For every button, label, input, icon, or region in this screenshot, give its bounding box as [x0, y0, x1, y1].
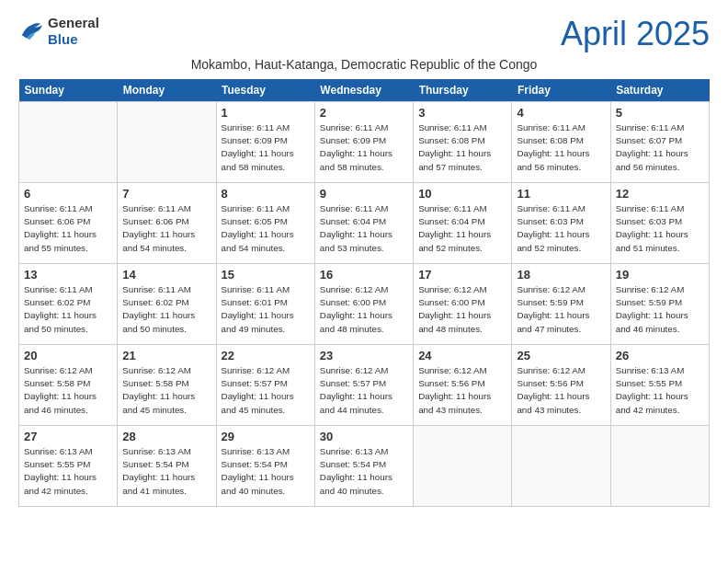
calendar-cell [19, 102, 118, 183]
day-detail: Sunrise: 6:12 AM Sunset: 5:58 PM Dayligh… [122, 364, 210, 417]
header-cell-wednesday: Wednesday [314, 79, 413, 102]
day-number: 13 [24, 268, 112, 282]
calendar-header: SundayMondayTuesdayWednesdayThursdayFrid… [19, 79, 710, 102]
day-detail: Sunrise: 6:12 AM Sunset: 5:59 PM Dayligh… [517, 283, 605, 336]
day-number: 28 [122, 430, 210, 443]
logo-bird-icon [18, 21, 44, 41]
day-detail: Sunrise: 6:11 AM Sunset: 6:03 PM Dayligh… [517, 202, 605, 255]
day-number: 10 [418, 187, 506, 201]
day-number: 4 [517, 106, 605, 120]
day-detail: Sunrise: 6:11 AM Sunset: 6:01 PM Dayligh… [222, 283, 310, 336]
week-row-4: 20Sunrise: 6:12 AM Sunset: 5:58 PM Dayli… [19, 345, 710, 426]
calendar-cell: 5Sunrise: 6:11 AM Sunset: 6:07 PM Daylig… [610, 102, 709, 183]
calendar-cell: 21Sunrise: 6:12 AM Sunset: 5:58 PM Dayli… [118, 345, 216, 426]
day-number: 30 [320, 430, 408, 443]
day-detail: Sunrise: 6:11 AM Sunset: 6:04 PM Dayligh… [320, 202, 408, 255]
calendar-cell: 24Sunrise: 6:12 AM Sunset: 5:56 PM Dayli… [414, 345, 512, 426]
day-detail: Sunrise: 6:11 AM Sunset: 6:02 PM Dayligh… [24, 283, 112, 336]
logo-general-text: General [48, 15, 99, 30]
day-detail: Sunrise: 6:12 AM Sunset: 5:59 PM Dayligh… [616, 283, 704, 336]
calendar-cell: 9Sunrise: 6:11 AM Sunset: 6:04 PM Daylig… [314, 183, 413, 264]
calendar-cell: 7Sunrise: 6:11 AM Sunset: 6:06 PM Daylig… [118, 183, 216, 264]
day-number: 29 [222, 430, 310, 443]
header-cell-friday: Friday [512, 79, 610, 102]
day-detail: Sunrise: 6:13 AM Sunset: 5:54 PM Dayligh… [222, 445, 310, 498]
day-detail: Sunrise: 6:11 AM Sunset: 6:05 PM Dayligh… [222, 202, 310, 255]
logo-blue-text: Blue [48, 31, 78, 47]
calendar-cell: 28Sunrise: 6:13 AM Sunset: 5:54 PM Dayli… [118, 426, 216, 507]
day-number: 7 [122, 187, 210, 201]
calendar-cell: 1Sunrise: 6:11 AM Sunset: 6:09 PM Daylig… [216, 102, 314, 183]
day-number: 3 [418, 106, 506, 120]
day-number: 8 [222, 187, 310, 201]
day-number: 21 [122, 349, 210, 362]
day-detail: Sunrise: 6:12 AM Sunset: 6:00 PM Dayligh… [320, 283, 408, 336]
day-number: 11 [517, 187, 605, 201]
day-detail: Sunrise: 6:12 AM Sunset: 5:56 PM Dayligh… [517, 364, 605, 417]
calendar-cell [118, 102, 216, 183]
day-detail: Sunrise: 6:12 AM Sunset: 6:00 PM Dayligh… [418, 283, 506, 336]
week-row-3: 13Sunrise: 6:11 AM Sunset: 6:02 PM Dayli… [19, 264, 710, 345]
calendar-cell: 30Sunrise: 6:13 AM Sunset: 5:54 PM Dayli… [314, 426, 413, 507]
week-row-2: 6Sunrise: 6:11 AM Sunset: 6:06 PM Daylig… [19, 183, 710, 264]
day-number: 14 [122, 268, 210, 282]
calendar-cell: 13Sunrise: 6:11 AM Sunset: 6:02 PM Dayli… [19, 264, 118, 345]
day-detail: Sunrise: 6:11 AM Sunset: 6:08 PM Dayligh… [418, 121, 506, 174]
calendar-cell: 26Sunrise: 6:13 AM Sunset: 5:55 PM Dayli… [610, 345, 709, 426]
day-number: 22 [222, 349, 310, 362]
calendar-cell: 11Sunrise: 6:11 AM Sunset: 6:03 PM Dayli… [512, 183, 610, 264]
calendar-cell: 18Sunrise: 6:12 AM Sunset: 5:59 PM Dayli… [512, 264, 610, 345]
calendar-cell: 8Sunrise: 6:11 AM Sunset: 6:05 PM Daylig… [216, 183, 314, 264]
day-detail: Sunrise: 6:11 AM Sunset: 6:09 PM Dayligh… [320, 121, 408, 174]
calendar-cell: 17Sunrise: 6:12 AM Sunset: 6:00 PM Dayli… [414, 264, 512, 345]
day-detail: Sunrise: 6:11 AM Sunset: 6:03 PM Dayligh… [616, 202, 704, 255]
calendar-cell [512, 426, 610, 507]
day-detail: Sunrise: 6:11 AM Sunset: 6:02 PM Dayligh… [122, 283, 210, 336]
day-detail: Sunrise: 6:11 AM Sunset: 6:06 PM Dayligh… [24, 202, 112, 255]
day-number: 27 [24, 430, 112, 443]
title-block: April 2025 [561, 15, 710, 53]
day-detail: Sunrise: 6:13 AM Sunset: 5:55 PM Dayligh… [616, 364, 704, 417]
day-detail: Sunrise: 6:13 AM Sunset: 5:54 PM Dayligh… [122, 445, 210, 498]
day-detail: Sunrise: 6:13 AM Sunset: 5:54 PM Dayligh… [320, 445, 408, 498]
week-row-1: 1Sunrise: 6:11 AM Sunset: 6:09 PM Daylig… [19, 102, 710, 183]
day-number: 24 [418, 349, 506, 362]
day-number: 16 [320, 268, 408, 282]
page-header: General Blue April 2025 [18, 15, 710, 53]
day-detail: Sunrise: 6:12 AM Sunset: 5:56 PM Dayligh… [418, 364, 506, 417]
header-cell-monday: Monday [118, 79, 216, 102]
day-detail: Sunrise: 6:11 AM Sunset: 6:04 PM Dayligh… [418, 202, 506, 255]
day-number: 12 [616, 187, 704, 201]
calendar-cell: 4Sunrise: 6:11 AM Sunset: 6:08 PM Daylig… [512, 102, 610, 183]
calendar-cell: 14Sunrise: 6:11 AM Sunset: 6:02 PM Dayli… [118, 264, 216, 345]
calendar-cell: 23Sunrise: 6:12 AM Sunset: 5:57 PM Dayli… [314, 345, 413, 426]
calendar-cell: 19Sunrise: 6:12 AM Sunset: 5:59 PM Dayli… [610, 264, 709, 345]
day-detail: Sunrise: 6:12 AM Sunset: 5:57 PM Dayligh… [320, 364, 408, 417]
calendar-cell [610, 426, 709, 507]
calendar-subtitle: Mokambo, Haut-Katanga, Democratic Republ… [18, 57, 710, 72]
calendar-cell: 29Sunrise: 6:13 AM Sunset: 5:54 PM Dayli… [216, 426, 314, 507]
month-title: April 2025 [561, 15, 710, 53]
logo: General Blue [18, 15, 99, 48]
header-cell-sunday: Sunday [19, 79, 118, 102]
day-number: 17 [418, 268, 506, 282]
calendar-cell: 25Sunrise: 6:12 AM Sunset: 5:56 PM Dayli… [512, 345, 610, 426]
day-number: 18 [517, 268, 605, 282]
day-number: 23 [320, 349, 408, 362]
calendar-table: SundayMondayTuesdayWednesdayThursdayFrid… [18, 79, 710, 507]
calendar-cell: 16Sunrise: 6:12 AM Sunset: 6:00 PM Dayli… [314, 264, 413, 345]
day-number: 1 [222, 106, 310, 120]
calendar-body: 1Sunrise: 6:11 AM Sunset: 6:09 PM Daylig… [19, 102, 710, 507]
header-cell-saturday: Saturday [610, 79, 709, 102]
day-detail: Sunrise: 6:13 AM Sunset: 5:55 PM Dayligh… [24, 445, 112, 498]
day-number: 15 [222, 268, 310, 282]
calendar-cell: 15Sunrise: 6:11 AM Sunset: 6:01 PM Dayli… [216, 264, 314, 345]
calendar-cell: 12Sunrise: 6:11 AM Sunset: 6:03 PM Dayli… [610, 183, 709, 264]
calendar-cell: 22Sunrise: 6:12 AM Sunset: 5:57 PM Dayli… [216, 345, 314, 426]
calendar-cell: 20Sunrise: 6:12 AM Sunset: 5:58 PM Dayli… [19, 345, 118, 426]
header-cell-thursday: Thursday [414, 79, 512, 102]
calendar-cell: 27Sunrise: 6:13 AM Sunset: 5:55 PM Dayli… [19, 426, 118, 507]
day-detail: Sunrise: 6:11 AM Sunset: 6:09 PM Dayligh… [222, 121, 310, 174]
day-detail: Sunrise: 6:11 AM Sunset: 6:07 PM Dayligh… [616, 121, 704, 174]
day-detail: Sunrise: 6:11 AM Sunset: 6:06 PM Dayligh… [122, 202, 210, 255]
